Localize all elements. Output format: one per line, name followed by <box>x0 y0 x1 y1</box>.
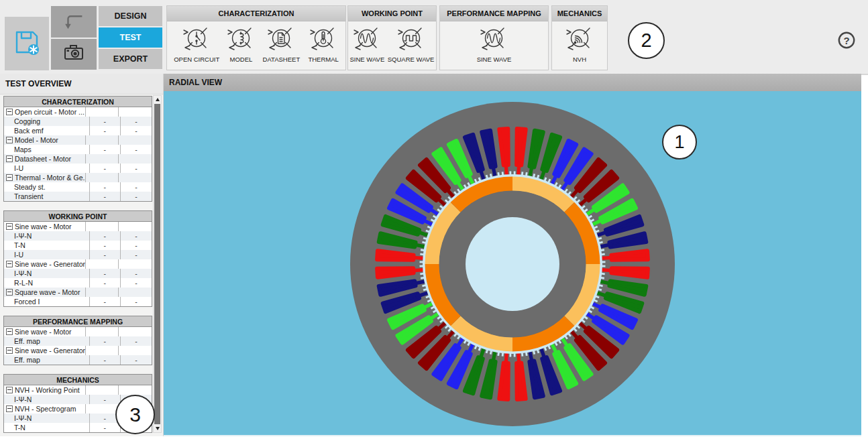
test-name-cell: R-L-N <box>4 278 90 288</box>
test-row[interactable]: R-L-N-- <box>4 278 152 288</box>
test-name-cell: Sine wave - Generator <box>4 259 86 269</box>
tool-label: SINE WAVE <box>477 56 512 63</box>
screenshot-button[interactable] <box>51 39 97 70</box>
test-row[interactable]: T-N-- <box>4 241 152 250</box>
test-group-row[interactable]: Datasheet - Motor <box>4 154 152 164</box>
result-cell: - <box>121 192 152 201</box>
result-cell <box>86 173 119 182</box>
test-name-cell: Datasheet - Motor <box>4 154 86 164</box>
test-group-row[interactable]: Sine wave - Motor <box>4 222 152 231</box>
test-button-model[interactable]: MODEL <box>226 25 256 63</box>
test-name-cell: NVH - Spectrogram <box>4 404 86 414</box>
collapse-icon[interactable] <box>6 328 13 335</box>
scroll-thumb[interactable] <box>154 104 160 424</box>
collapse-icon[interactable] <box>6 155 13 162</box>
result-cell <box>119 173 152 182</box>
help-button[interactable]: ? <box>837 32 856 51</box>
result-cell: - <box>121 164 152 173</box>
test-button-datasheet[interactable]: DATASHEET <box>262 25 302 63</box>
test-overview-table: CHARACTERIZATIONOpen circuit - Motor ...… <box>0 94 163 433</box>
test-group-row[interactable]: NVH - Working Point <box>4 385 152 395</box>
result-cell: - <box>90 336 121 346</box>
test-row[interactable]: I-U-- <box>4 250 152 259</box>
result-cell <box>119 385 152 395</box>
save-button[interactable] <box>5 17 49 70</box>
sidebar-title: TEST OVERVIEW <box>0 74 163 94</box>
scroll-up-arrow[interactable] <box>154 96 161 103</box>
test-name-cell: Sine wave - Motor <box>4 327 86 336</box>
result-cell: - <box>121 241 152 250</box>
scroll-down-arrow[interactable] <box>154 425 161 432</box>
result-cell: - <box>121 336 152 346</box>
test-button-thermal[interactable]: THERMAL <box>307 25 339 63</box>
collapse-icon[interactable] <box>6 137 13 143</box>
test-row[interactable]: Steady st.-- <box>4 182 152 192</box>
test-name-cell: Square wave - Motor <box>4 288 86 297</box>
test-row[interactable]: Maps-- <box>4 145 152 154</box>
test-name-cell: T-N <box>4 241 90 250</box>
result-cell <box>119 259 152 269</box>
collapse-icon[interactable] <box>6 387 13 393</box>
test-row[interactable]: Eff. map-- <box>4 336 152 346</box>
group-title: CHARACTERIZATION <box>167 6 345 21</box>
top-toolbar: DESIGNTESTEXPORT CHARACTERIZATIONOPEN CI… <box>0 0 868 75</box>
test-row[interactable]: Eff. map-- <box>4 355 152 365</box>
test-group-row[interactable]: Sine wave - Generator <box>4 346 152 355</box>
result-cell: - <box>121 297 152 306</box>
test-name-cell: Transient <box>4 192 90 201</box>
test-row[interactable]: Back emf-- <box>4 126 152 135</box>
test-group-row[interactable]: Sine wave - Motor <box>4 327 152 336</box>
result-cell <box>86 222 119 231</box>
test-section-performance-mapping: PERFORMANCE MAPPINGSine wave - MotorEff.… <box>3 316 152 365</box>
result-cell <box>86 327 119 336</box>
collapse-icon[interactable] <box>6 405 13 412</box>
result-cell: - <box>121 182 152 192</box>
test-group-row[interactable]: Open circuit - Motor ... <box>4 107 152 117</box>
test-row[interactable]: I-Ψ-N-- <box>4 231 152 241</box>
section-title: MECHANICS <box>4 375 152 385</box>
tab-design[interactable]: DESIGN <box>99 6 162 26</box>
return-arrow-icon <box>61 8 87 36</box>
radial-view-panel: RADIAL VIEW <box>164 74 861 436</box>
collapse-icon[interactable] <box>6 289 13 296</box>
result-cell: - <box>90 164 121 173</box>
test-name-cell: Cogging <box>4 117 90 126</box>
test-button-open-circuit[interactable]: OPEN CIRCUIT <box>172 25 221 63</box>
test-group-row[interactable]: Model - Motor <box>4 135 152 145</box>
result-cell: - <box>121 250 152 259</box>
tab-export[interactable]: EXPORT <box>99 49 162 69</box>
thermal-icon <box>310 25 337 54</box>
tab-test[interactable]: TEST <box>99 27 162 48</box>
group-working-point: WORKING POINTSINE WAVESQUARE WAVE <box>347 5 437 70</box>
tool-label: THERMAL <box>308 56 338 63</box>
vertical-scrollbar[interactable] <box>153 95 162 433</box>
collapse-icon[interactable] <box>6 261 13 267</box>
test-button-square-wave[interactable]: SQUARE WAVE <box>386 25 436 63</box>
test-group-row[interactable]: Sine wave - Generator <box>4 259 152 269</box>
collapse-icon[interactable] <box>6 174 13 181</box>
radial-view-canvas[interactable] <box>164 91 861 436</box>
collapse-icon[interactable] <box>6 223 13 230</box>
model-icon <box>227 25 254 54</box>
collapse-icon[interactable] <box>6 347 13 354</box>
result-cell <box>86 259 119 269</box>
result-cell <box>86 135 119 145</box>
result-cell <box>119 135 152 145</box>
test-row[interactable]: Forced I-- <box>4 297 152 306</box>
test-name-cell: I-Ψ-N <box>4 269 90 278</box>
test-name-cell: Sine wave - Generator <box>4 346 86 355</box>
result-cell <box>86 154 119 164</box>
undo-button[interactable] <box>51 6 97 38</box>
test-row[interactable]: Cogging-- <box>4 117 152 126</box>
test-row[interactable]: I-U-- <box>4 164 152 173</box>
test-button-nvh[interactable]: NVH <box>565 25 594 63</box>
test-row[interactable]: I-Ψ-N-- <box>4 269 152 278</box>
test-group-row[interactable]: Thermal - Motor & Ge... <box>4 173 152 182</box>
test-row[interactable]: Transient-- <box>4 192 152 201</box>
test-group-row[interactable]: Square wave - Motor <box>4 288 152 297</box>
collapse-icon[interactable] <box>6 109 13 115</box>
test-button-sine-wave[interactable]: SINE WAVE <box>476 25 513 63</box>
annotation-circle-2: 2 <box>628 22 665 59</box>
test-button-sine-wave[interactable]: SINE WAVE <box>349 25 386 63</box>
result-cell <box>86 107 119 117</box>
